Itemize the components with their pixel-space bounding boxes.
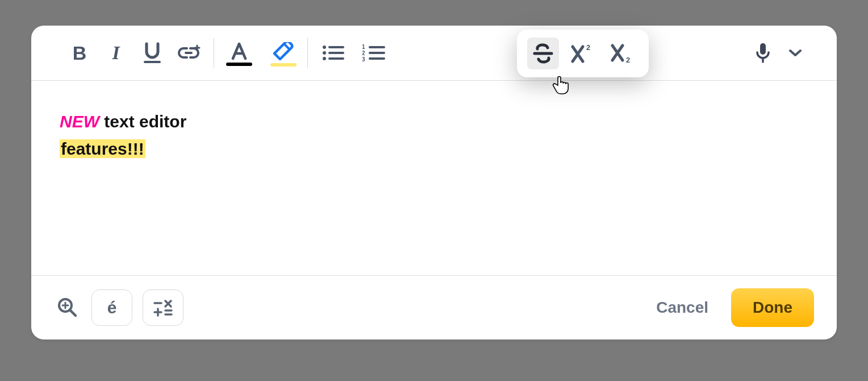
text-format-popup: 2 2 [517, 30, 649, 77]
svg-point-6 [323, 57, 326, 60]
italic-icon: I [112, 42, 119, 64]
numbered-list-button[interactable]: 1 2 3 [357, 36, 391, 70]
link-button[interactable] [172, 36, 206, 70]
text-line-2: features!!! [60, 135, 808, 163]
subscript-icon: 2 [610, 43, 635, 64]
link-icon [177, 44, 201, 61]
math-symbols-button[interactable] [143, 289, 183, 326]
styled-word-new: NEW [60, 112, 99, 131]
highlight-button[interactable] [265, 40, 299, 67]
text-line-1: NEW text editor [60, 108, 808, 135]
cancel-button[interactable]: Cancel [644, 293, 721, 322]
highlighted-text: features!!! [60, 139, 145, 158]
highlighter-icon [270, 42, 295, 61]
bold-icon: B [73, 42, 87, 64]
accent-char-icon: é [107, 298, 117, 317]
svg-point-4 [323, 45, 326, 49]
more-options-button[interactable] [782, 36, 808, 70]
voice-input-button[interactable] [746, 36, 780, 70]
editor-footer: é Cancel Done [31, 275, 837, 339]
toolbar-separator [214, 38, 214, 68]
svg-text:3: 3 [362, 56, 365, 62]
underline-button[interactable] [135, 36, 169, 70]
svg-text:1: 1 [362, 44, 365, 50]
bullet-list-icon [322, 44, 344, 62]
numbered-list-icon: 1 2 3 [362, 44, 385, 62]
zoom-in-icon [57, 297, 78, 318]
chevron-down-icon [789, 49, 802, 57]
strikethrough-icon [532, 43, 554, 64]
superscript-button[interactable]: 2 [567, 38, 599, 69]
math-icon [152, 298, 174, 317]
bullet-list-button[interactable] [316, 36, 350, 70]
svg-text:2: 2 [626, 56, 630, 64]
superscript-icon: 2 [570, 43, 595, 64]
microphone-icon [756, 42, 770, 64]
text-color-button[interactable] [222, 40, 256, 66]
text-segment: text editor [99, 112, 186, 131]
toolbar: B I [31, 26, 837, 81]
done-button[interactable]: Done [731, 288, 814, 327]
cursor-pointer-icon [552, 75, 569, 94]
highlight-color-swatch [270, 63, 297, 67]
svg-text:2: 2 [586, 43, 590, 52]
text-color-icon [229, 43, 249, 61]
svg-rect-16 [760, 43, 766, 55]
toolbar-separator [307, 38, 308, 68]
strikethrough-button[interactable] [527, 38, 559, 69]
svg-point-5 [323, 51, 326, 55]
underline-icon [143, 42, 162, 64]
svg-line-3 [283, 43, 289, 49]
zoom-button[interactable] [54, 294, 81, 321]
editor-card: B I [31, 26, 837, 339]
special-characters-button[interactable]: é [91, 289, 132, 326]
svg-text:2: 2 [362, 50, 365, 56]
subscript-button[interactable]: 2 [607, 38, 639, 69]
bold-button[interactable]: B [62, 36, 97, 70]
svg-line-19 [70, 310, 76, 316]
editor-content[interactable]: NEW text editor features!!! [31, 81, 837, 275]
italic-button[interactable]: I [99, 36, 133, 70]
text-color-swatch [226, 63, 252, 66]
